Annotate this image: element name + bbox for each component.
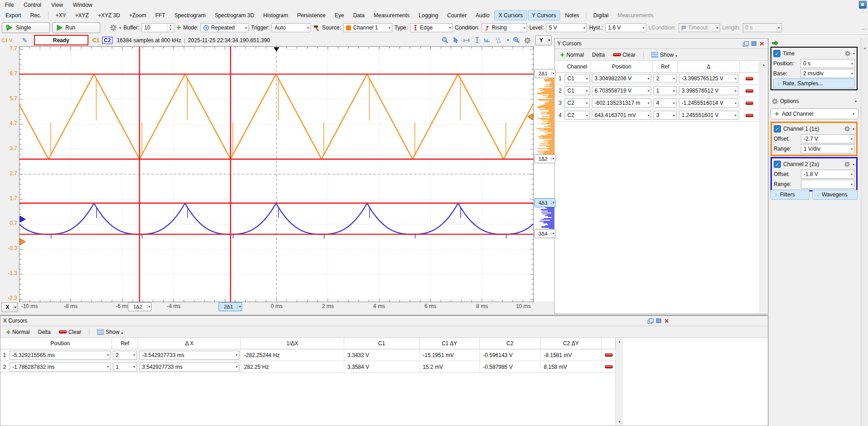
y-cursor-position-select[interactable]: 643.4163701 mV▾: [592, 111, 651, 120]
remove-cursor-button[interactable]: [746, 89, 753, 93]
channel1-gear-icon[interactable]: [844, 126, 850, 132]
y-cursor-handle-4Δ3[interactable]: 4Δ3▾: [534, 198, 556, 207]
rate-samples-button[interactable]: ↓ Rate, Samples...: [773, 78, 855, 88]
y-cursor-delta-select[interactable]: 1.245551601 V▾: [679, 111, 738, 120]
x-cursor-dx-select[interactable]: -3.542927733 ms▾: [139, 351, 239, 360]
mode-select[interactable]: Repeated▾: [200, 23, 249, 32]
tab-rec-[interactable]: Rec.: [26, 10, 46, 20]
y-cursor-handle-3Δ4[interactable]: 3Δ4▾: [534, 229, 556, 238]
y-cursor-ref-select[interactable]: 4▾: [653, 98, 677, 108]
source-select[interactable]: Channel 1▾: [343, 23, 392, 32]
tab--xyz-3d[interactable]: +XYZ 3D: [94, 10, 124, 20]
x-clear-button[interactable]: Clear: [56, 328, 84, 336]
trigger-position-marker[interactable]: [274, 47, 279, 52]
trigger-select[interactable]: Auto▾: [272, 23, 311, 32]
tab-spectrogram[interactable]: Spectrogram: [170, 10, 210, 20]
y-cursor-handle-1Δ2[interactable]: 1Δ2▾: [534, 154, 556, 163]
time-checkbox[interactable]: ✓: [773, 50, 780, 57]
tab-export[interactable]: Export: [1, 10, 25, 20]
float-window-icon[interactable]: [647, 318, 653, 324]
channel2-range-select[interactable]: ▾: [801, 180, 854, 189]
channel2-gear-icon[interactable]: [844, 161, 850, 167]
sidebar-scrollbar[interactable]: ▲: [861, 38, 868, 426]
tab-spectrogram-3d[interactable]: Spectrogram 3D: [210, 10, 258, 20]
x-table-scrollbar[interactable]: ▲ ▼: [615, 338, 623, 425]
zoom-in-icon[interactable]: [513, 37, 520, 44]
remove-cursor-button[interactable]: [746, 102, 753, 105]
spinner-arrows-icon[interactable]: ▲▼: [167, 24, 174, 32]
scroll-down-icon[interactable]: ▼: [616, 418, 623, 425]
remove-cursor-button[interactable]: [746, 77, 753, 80]
maximize-window-icon[interactable]: [655, 318, 662, 324]
options-row[interactable]: Options ▾: [771, 96, 857, 106]
single-button[interactable]: 1 Single: [2, 22, 50, 33]
hammer-icon[interactable]: [313, 24, 320, 31]
y-cursor-delta-select[interactable]: 3.398576512 V▾: [679, 86, 738, 95]
channels-1234-icon[interactable]: 1 23 4: [495, 37, 503, 44]
scroll-up-icon[interactable]: ▲: [616, 338, 623, 345]
menu-file[interactable]: File: [0, 1, 19, 9]
channel1-range-select[interactable]: 1 V/div▾: [801, 144, 854, 153]
channel1-offset-marker[interactable]: [20, 239, 25, 245]
tab-measurements[interactable]: Measurements: [614, 10, 658, 20]
close-panel-icon[interactable]: ✕: [663, 318, 670, 324]
tab-data[interactable]: Data: [349, 10, 369, 20]
close-panel-icon[interactable]: ✕: [759, 41, 765, 47]
channel2-offset-select[interactable]: -1.8 V▾: [801, 170, 854, 179]
y-clear-button[interactable]: Clear: [610, 51, 639, 59]
sidebar-collapse-arrow-icon[interactable]: [771, 40, 779, 46]
y-add-delta-button[interactable]: Delta: [590, 51, 608, 59]
x-cursors-panel-header[interactable]: X Cursors ✕: [0, 316, 768, 326]
x-add-normal-button[interactable]: +Normal: [3, 328, 33, 336]
y-cursor-channel-select[interactable]: C1▾: [565, 74, 590, 83]
y-cursor-ref-select[interactable]: 2▾: [653, 74, 677, 83]
tab-eye[interactable]: Eye: [331, 10, 348, 20]
tab--xy[interactable]: +XY: [51, 10, 70, 20]
x-cursor-ref-select[interactable]: 2▾: [113, 351, 137, 360]
y-add-normal-button[interactable]: +Normal: [557, 51, 587, 59]
y-cursor-position-select[interactable]: 3.304982206 V▾: [592, 74, 651, 83]
channel2-offset-marker[interactable]: [20, 216, 25, 222]
x-cursor-tag-1Δ2[interactable]: 1Δ2▾: [128, 302, 151, 311]
y-cursor-position-select[interactable]: -602.135231317 m▾: [592, 98, 651, 108]
y-cursor-delta-select[interactable]: -1.2455516014 V▾: [679, 98, 738, 108]
y-cursor-channel-select[interactable]: C1▾: [565, 86, 590, 95]
fit-vertical-icon[interactable]: [474, 37, 480, 44]
menu-view[interactable]: View: [46, 1, 68, 9]
tab-persistence[interactable]: Persistence: [293, 10, 330, 20]
tab-histogram[interactable]: Histogram: [259, 10, 293, 20]
tab--zoom[interactable]: +Zoom: [125, 10, 151, 20]
scroll-up-icon[interactable]: ▲: [760, 61, 767, 68]
x-add-delta-button[interactable]: Delta: [35, 328, 54, 336]
channel1-offset-select[interactable]: -2.7 V▾: [801, 134, 854, 143]
buffer-spinner[interactable]: 10 ▲▼: [141, 23, 174, 32]
time-gear-icon[interactable]: [844, 50, 851, 57]
y-cursor-position-select[interactable]: 6.703558719 V▾: [592, 86, 651, 95]
time-base-select[interactable]: 2 ms/div▾: [800, 69, 855, 78]
x-show-button[interactable]: Show▾: [94, 328, 126, 336]
x-axis-mode-button[interactable]: X▾: [1, 302, 18, 312]
channels-caret-icon[interactable]: ▾: [507, 38, 509, 42]
tab-digital[interactable]: Digital: [589, 10, 612, 20]
y-cursors-panel-header[interactable]: Y Cursors ✕: [555, 39, 768, 49]
pointer-arrow-icon[interactable]: [453, 37, 459, 44]
channel1-chip[interactable]: C1: [93, 37, 99, 44]
maximize-window-icon[interactable]: [751, 41, 757, 47]
menu-window[interactable]: Window: [68, 1, 98, 9]
more-options[interactable]: ...: [862, 24, 868, 31]
fit-horizontal-icon[interactable]: [463, 37, 470, 43]
y-cursor-ref-select[interactable]: 1▾: [653, 86, 677, 95]
app-window-icon[interactable]: [859, 1, 867, 9]
channel1-checkbox[interactable]: ✓: [774, 125, 781, 132]
channel2-chip[interactable]: C2: [102, 37, 112, 44]
y-show-button[interactable]: Show▾: [649, 50, 680, 59]
x-cursor-ref-select[interactable]: 1▾: [113, 362, 137, 372]
hysteresis-select[interactable]: 1.6 V▾: [605, 23, 646, 32]
y-cursor-ref-select[interactable]: 3▾: [653, 111, 677, 120]
tab-notes[interactable]: Notes: [561, 10, 583, 20]
condition-select[interactable]: Rising▾: [482, 23, 527, 32]
tab-x-cursors[interactable]: X Cursors: [494, 10, 527, 20]
channel2-checkbox[interactable]: ✓: [774, 161, 781, 168]
notes-pen-icon[interactable]: ✎: [22, 37, 28, 44]
plot-gear-icon[interactable]: [524, 37, 531, 44]
